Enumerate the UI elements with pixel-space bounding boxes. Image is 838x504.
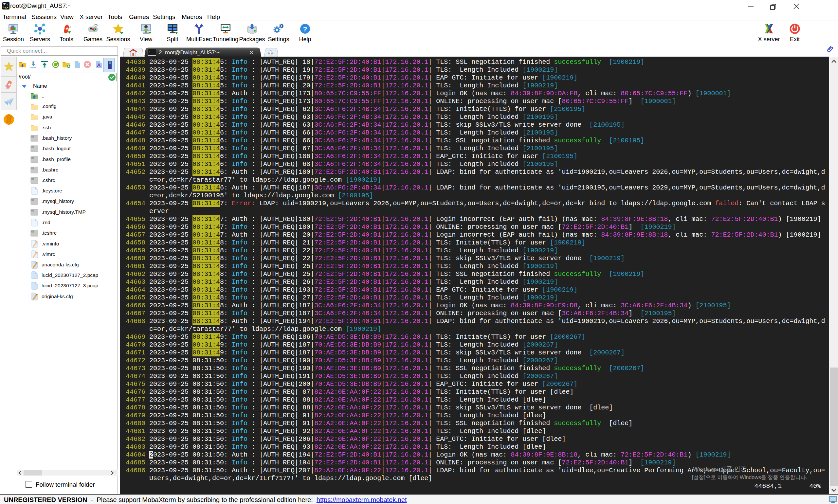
svg-text:>-: >- (32, 230, 34, 233)
svg-text:>-: >- (32, 178, 34, 180)
svg-text:>-: >- (32, 146, 34, 148)
svg-text:?: ? (303, 25, 307, 33)
svg-text:>-: >- (32, 210, 34, 212)
svg-text:>-: >- (32, 199, 34, 201)
svg-text:>-: >- (32, 136, 34, 138)
svg-text:>-: >- (32, 167, 34, 170)
svg-text:A: A (97, 62, 101, 68)
svg-text:>-: >- (32, 157, 34, 159)
